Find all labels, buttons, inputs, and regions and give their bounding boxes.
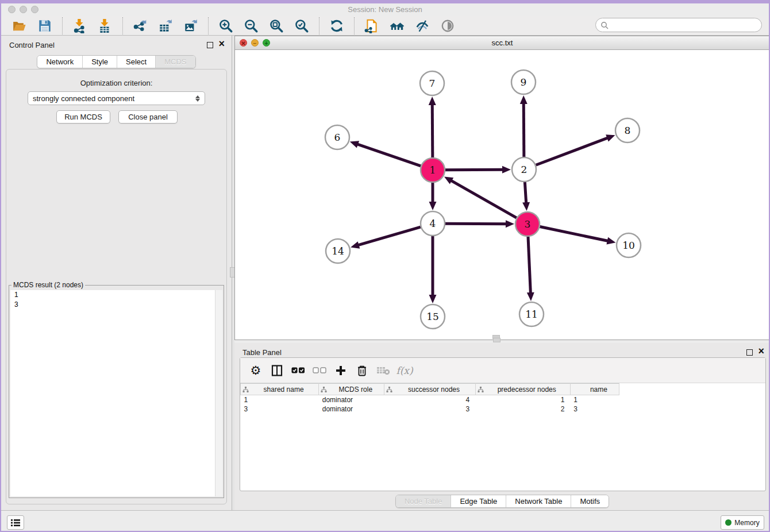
column-header-mcds-role[interactable]: MCDS role [319,384,384,395]
table-toolbar: ⚙ f(x) [240,358,765,383]
float-panel-icon[interactable] [746,349,753,356]
tab-style[interactable]: Style [83,56,117,68]
node-10[interactable]: 10 [617,233,641,257]
run-mcds-button[interactable]: Run MCDS [56,110,110,124]
criterion-dropdown[interactable]: strongly connected component [28,91,205,105]
column-header-shared-name[interactable]: shared name [241,384,319,395]
open-session-icon[interactable] [12,18,27,33]
close-panel-button[interactable]: Close panel [118,110,178,124]
node-9[interactable]: 9 [511,70,536,94]
zoom-selected-icon[interactable] [294,18,309,33]
tab-mcds[interactable]: MCDS [156,56,195,68]
table-row[interactable]: 3dominator323 [241,404,619,414]
edge-2-3[interactable] [522,182,530,211]
node-1[interactable]: 1 [421,158,445,182]
network-window-titlebar[interactable]: ✕ − + scc.txt [235,36,769,50]
close-panel-icon[interactable]: × [758,345,764,357]
table-panel-title: Table Panel [242,348,282,357]
settings-gear-icon[interactable]: ⚙ [247,363,264,379]
edge-4-14[interactable] [351,227,421,248]
node-label: 9 [521,76,527,88]
zoom-fit-icon[interactable] [269,18,284,33]
node-3[interactable]: 3 [515,212,540,236]
memory-label: Memory [734,519,759,527]
tab-select[interactable]: Select [117,56,156,68]
column-header-predecessor-nodes[interactable]: predecessor nodes [475,384,570,395]
task-history-button[interactable] [7,515,24,530]
edge-1-7[interactable] [429,97,436,157]
float-panel-icon[interactable] [207,42,213,48]
node-11[interactable]: 11 [519,302,544,326]
memory-button[interactable]: Memory [721,515,764,530]
toolbar-separator [62,17,63,34]
export-network-icon[interactable] [133,18,148,33]
column-type-icon [478,387,484,393]
main-toolbar [1,16,769,36]
mcds-result-items: 13 [10,290,222,310]
delete-table-icon[interactable] [375,363,392,379]
deselect-all-checkboxes-icon[interactable] [311,363,328,379]
function-builder-icon[interactable]: f(x) [396,363,413,379]
node-2[interactable]: 2 [512,157,536,182]
node-7[interactable]: 7 [420,71,444,95]
node-label: 3 [525,218,531,230]
delete-row-icon[interactable] [353,363,371,379]
eye-icon[interactable] [440,18,455,33]
tab-motifs[interactable]: Motifs [571,495,609,507]
node-label: 1 [430,164,436,176]
mcds-result-list[interactable]: 13 [10,290,222,496]
clone-network-icon[interactable] [364,18,379,33]
import-network-icon[interactable] [72,18,87,33]
export-table-icon[interactable] [158,18,173,33]
edge-2-9[interactable] [520,95,528,157]
import-table-icon[interactable] [98,18,113,33]
show-column-icon[interactable] [268,363,286,379]
tab-network[interactable]: Network [37,56,83,68]
zoom-in-icon[interactable] [218,18,233,33]
node-15[interactable]: 15 [421,304,445,329]
node-4[interactable]: 4 [421,211,445,236]
splitter-grip[interactable] [493,338,500,342]
close-panel-icon[interactable]: × [218,37,225,50]
column-header-successor-nodes[interactable]: successor nodes [384,384,475,395]
table-header-row: shared name MCDS role successor nodes pr… [241,384,619,395]
edge-1-4[interactable] [429,183,437,210]
titlebar: Session: New Session [1,3,769,16]
toggle-visibility-icon[interactable] [415,18,430,33]
add-row-icon[interactable] [332,363,349,379]
homes-icon[interactable] [390,18,405,33]
tab-node-table[interactable]: Node Table [396,495,452,507]
edge-3-1[interactable] [444,176,517,218]
save-session-icon[interactable] [37,18,52,33]
node-14[interactable]: 14 [326,239,350,263]
edge-4-15[interactable] [429,236,437,303]
zoom-out-icon[interactable] [244,18,259,33]
result-scrollbar[interactable] [215,290,222,496]
tab-network-table[interactable]: Network Table [506,495,571,507]
memory-status-icon [725,519,732,526]
table-panel-tabs: Node Table Edge Table Network Table Moti… [395,495,609,508]
result-item: 1 [10,290,222,300]
table-row[interactable]: 1dominator411 [241,395,619,404]
edge-3-11[interactable] [527,237,534,301]
node-8[interactable]: 8 [615,118,640,142]
edge-4-3[interactable] [445,220,514,228]
edge-1-6[interactable] [350,141,421,166]
optimization-criterion-label: Optimization criterion: [6,79,226,87]
column-header-name[interactable]: name [570,384,619,395]
apply-layout-icon[interactable] [329,18,344,33]
export-image-icon[interactable] [183,18,198,33]
network-canvas[interactable]: 7968124314101511 [235,50,769,340]
toolbar-separator [319,17,319,34]
tab-edge-table[interactable]: Edge Table [451,495,506,507]
edge-1-2[interactable] [445,166,511,174]
node-6[interactable]: 6 [325,125,349,149]
search-input[interactable] [609,21,761,29]
edge-3-10[interactable] [540,227,616,245]
node-table-body: 1dominator4113dominator323 [241,395,619,414]
mcds-result-fieldset: MCDS result (2 nodes) 13 [9,281,224,498]
search-field[interactable] [595,18,762,32]
select-all-checkboxes-icon[interactable] [290,363,307,379]
column-type-icon [321,387,327,393]
edge-2-8[interactable] [536,134,615,165]
